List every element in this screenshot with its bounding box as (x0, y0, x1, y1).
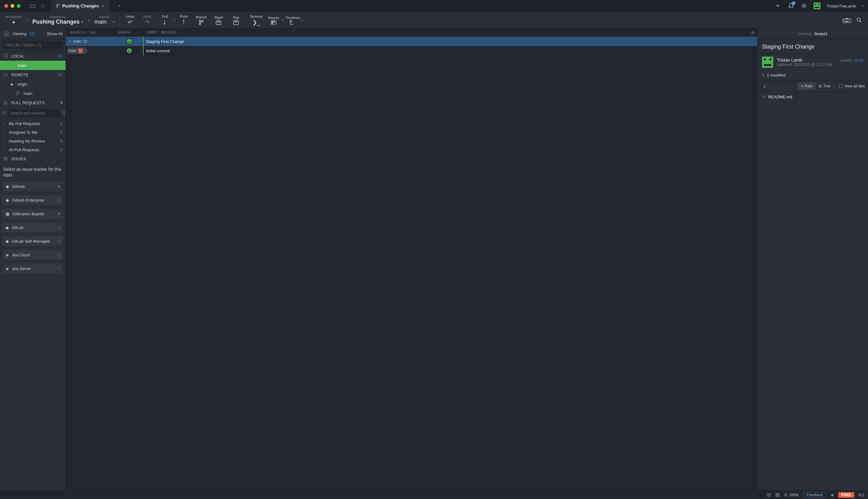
terminal-button[interactable]: Terminal ❯_ (248, 12, 265, 29)
local-label: LOCAL (11, 54, 25, 59)
pr-category-my[interactable]: ⌄My Pull Requests0 (0, 119, 66, 128)
tracker-gitlab-self-managed[interactable]: ◆GitLab Self-Managed→] (2, 236, 63, 246)
close-tab-button[interactable]: ✕ (101, 4, 105, 9)
author-name: Tristan Lamb (777, 58, 802, 62)
activity-log-button[interactable] (767, 494, 771, 497)
zoom-control[interactable]: 100% (784, 493, 799, 497)
svg-point-3 (56, 7, 58, 8)
sort-button[interactable]: ↕ (761, 83, 768, 90)
commit-row[interactable]: ✓ main ▲ Staging First Change (66, 37, 757, 46)
back-button[interactable]: ← (3, 31, 10, 37)
notifications-button[interactable]: 3 (788, 2, 794, 9)
pr-category-assigned[interactable]: ⌄Assigned To Me0 (0, 128, 66, 136)
boards-button[interactable]: Boards (265, 12, 282, 29)
new-tab-button[interactable]: ＋ (116, 2, 123, 9)
pr-category-awaiting[interactable]: ⌄Awaiting My Review0 (0, 136, 66, 145)
commit-hash[interactable]: 3edad1 (814, 32, 828, 36)
graph-settings-button[interactable]: ⚙ (751, 31, 755, 35)
viewing-count: 2/2 (29, 32, 35, 36)
workspace-crumb[interactable]: workspace ＋ (2, 15, 25, 26)
settings-button[interactable] (801, 2, 807, 9)
push-button[interactable]: Push ⭡ (175, 12, 192, 29)
timelines-dropdown[interactable]: ▾ (301, 19, 303, 22)
search-button[interactable] (853, 17, 866, 23)
pop-button[interactable]: Pop (227, 12, 245, 29)
view-all-files-checkbox[interactable]: View all files (839, 84, 865, 88)
pull-requests-section[interactable]: PULL REQUESTS 0 (0, 98, 66, 107)
undo-button[interactable]: Undo ↶ (121, 12, 139, 29)
author-row: Tristan Lamb parent: 1d18b authored2/10/… (758, 53, 868, 71)
repository-crumb[interactable]: repository Pushing Changes▾ (29, 15, 86, 25)
path-view-button[interactable]: ≡Path (798, 83, 816, 89)
pull-button[interactable]: Pull ⭣ (156, 12, 174, 29)
timelines-button[interactable]: Timelines (284, 12, 301, 29)
changed-file[interactable]: ✎ README.md (758, 92, 868, 102)
svg-point-4 (803, 5, 805, 7)
branch-button[interactable]: Branch (192, 12, 210, 29)
user-avatar[interactable] (814, 2, 820, 9)
parent-hash[interactable]: 1d18b (853, 58, 864, 62)
statusbar: 100% Feedback ◉ FREE 8.2. (0, 490, 868, 499)
repo-tab[interactable]: Pushing Changes ✕ (51, 0, 110, 12)
show-all-button[interactable]: Show All (47, 32, 62, 36)
plan-badge[interactable]: FREE (838, 492, 854, 498)
commit-row[interactable]: main ▲ Initial commit (66, 46, 757, 56)
keyboard-button[interactable] (841, 17, 853, 23)
graph-node: ▲ (126, 38, 133, 45)
folder-icon[interactable] (29, 2, 36, 9)
remote-branch-main[interactable]: main (0, 89, 66, 98)
tracker-gitlab[interactable]: ◆GitLab→] (2, 222, 63, 232)
tracker-gitkraken-boards[interactable]: ▦GitKraken Boards● (2, 209, 63, 219)
svg-rect-18 (846, 20, 847, 21)
filter-icon[interactable] (62, 111, 66, 115)
maximize-window-button[interactable] (17, 4, 21, 8)
tracker-github-enterprise[interactable]: ◉GitHub Enterprise→] (2, 195, 63, 205)
issues-section[interactable]: ISSUES (0, 154, 66, 163)
left-sidebar: ← Viewing 2/2 Show All LOCAL 1/1 ✓ main … (0, 29, 66, 490)
file-view-toggle: ≡Path ⊟Tree (797, 83, 834, 90)
username-label: TristanTheLamb (827, 4, 856, 9)
branch-chip-remote[interactable]: main (67, 47, 85, 54)
svg-point-10 (202, 20, 203, 22)
svg-rect-32 (762, 57, 773, 68)
local-section[interactable]: LOCAL 1/1 (0, 51, 66, 61)
commit-hash-label: commit: (798, 32, 812, 36)
branch-chip-local[interactable]: ✓ main (67, 38, 90, 45)
pr-category-all[interactable]: ⌄All Pull Requests0 (0, 145, 66, 154)
github-icon: ◉ (5, 184, 9, 189)
boards-icon: ▦ (5, 211, 9, 216)
main-toolbar: workspace ＋ › repository Pushing Changes… (0, 12, 868, 29)
status-indicator[interactable]: ◉ (831, 493, 834, 497)
svg-rect-15 (843, 19, 851, 23)
minimize-window-button[interactable] (11, 4, 14, 8)
local-branch-main[interactable]: ✓ main (0, 61, 66, 70)
pr-search-input[interactable] (9, 109, 60, 117)
svg-point-28 (4, 103, 5, 105)
tree-view-button[interactable]: ⊟Tree (816, 83, 834, 89)
workspace-switcher-icon[interactable] (39, 2, 46, 9)
svg-rect-34 (769, 59, 771, 60)
author-avatar (762, 57, 773, 68)
svg-point-0 (41, 4, 44, 8)
stash-button[interactable]: Stash (210, 12, 227, 29)
svg-rect-7 (818, 4, 819, 5)
remote-section[interactable]: REMOTE 1/1 (0, 70, 66, 79)
sync-button[interactable] (775, 493, 780, 497)
gitlab-icon: ◆ (5, 239, 9, 244)
tracker-github[interactable]: ◉GitHub● (2, 181, 63, 191)
close-window-button[interactable] (4, 4, 8, 8)
redo-button[interactable]: Redo ↷ (139, 12, 156, 29)
svg-rect-23 (4, 54, 8, 57)
branch-crumb[interactable]: branch main▾ (90, 15, 118, 25)
svg-point-2 (58, 4, 59, 5)
tracker-jira-cloud[interactable]: ◈Jira Cloud→] (2, 250, 63, 260)
svg-rect-19 (847, 20, 848, 21)
remote-origin[interactable]: ◆ origin (0, 79, 66, 89)
header-graph: GRAPH (116, 31, 143, 34)
user-menu-caret[interactable]: ▾ (862, 4, 864, 8)
chevron-down-icon[interactable] (775, 2, 781, 9)
feedback-button[interactable]: Feedback (803, 492, 826, 498)
remote-label: REMOTE (11, 73, 29, 77)
tracker-jira-server[interactable]: ◈Jira Server→] (2, 264, 63, 273)
branch-filter-input[interactable] (2, 41, 63, 49)
